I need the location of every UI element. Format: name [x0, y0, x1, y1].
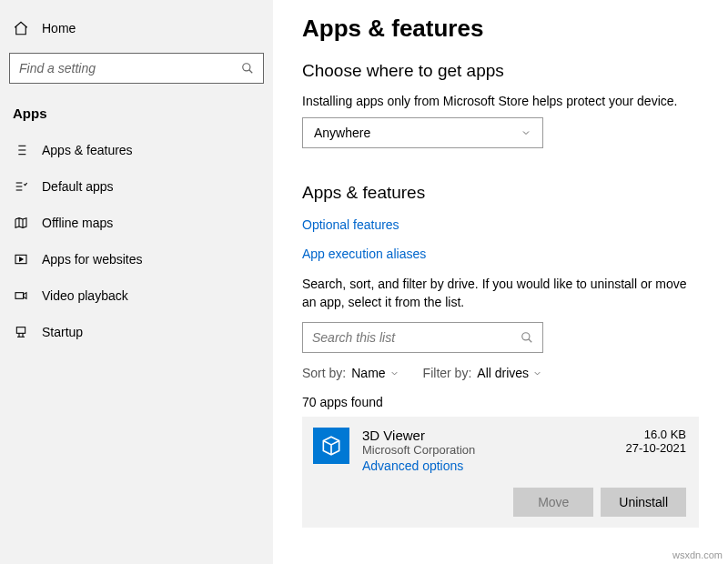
sidebar: Home Apps Apps & features Default apps O…	[0, 0, 273, 564]
app-execution-aliases-link[interactable]: App execution aliases	[302, 247, 699, 261]
move-button[interactable]: Move	[513, 488, 593, 517]
app-source-dropdown[interactable]: Anywhere	[302, 117, 543, 148]
home-button[interactable]: Home	[7, 11, 266, 45]
app-list-item[interactable]: 3D Viewer Microsoft Corporation Advanced…	[302, 417, 699, 528]
list-icon	[13, 143, 29, 157]
svg-point-0	[243, 64, 250, 71]
find-setting-search[interactable]	[9, 53, 264, 84]
svg-marker-14	[20, 257, 23, 261]
sidebar-item-default-apps[interactable]: Default apps	[7, 168, 266, 205]
choose-apps-title: Choose where to get apps	[302, 61, 699, 81]
video-icon	[13, 288, 29, 303]
advanced-options-link[interactable]: Advanced options	[362, 458, 613, 473]
uninstall-button[interactable]: Uninstall	[601, 488, 686, 517]
sidebar-item-video-playback[interactable]: Video playback	[7, 277, 266, 314]
choose-apps-help: Installing apps only from Microsoft Stor…	[302, 94, 699, 108]
main-content: Apps & features Choose where to get apps…	[273, 0, 728, 564]
sort-value: Name	[351, 366, 385, 380]
sidebar-item-apps-features[interactable]: Apps & features	[7, 132, 266, 168]
defaults-icon	[13, 179, 29, 194]
svg-line-1	[249, 70, 253, 74]
sidebar-item-label: Apps & features	[42, 143, 133, 157]
app-date: 27-10-2021	[626, 441, 687, 455]
app-icon	[313, 428, 349, 464]
sort-label: Sort by:	[302, 366, 346, 380]
svg-rect-17	[16, 327, 25, 334]
chevron-down-icon	[521, 127, 531, 138]
filter-label: Filter by:	[423, 366, 472, 380]
sidebar-item-label: Apps for websites	[42, 252, 143, 267]
filter-by-control[interactable]: Filter by: All drives	[423, 366, 542, 380]
search-icon	[241, 62, 254, 75]
map-icon	[13, 216, 29, 230]
chevron-down-icon	[532, 368, 542, 378]
svg-rect-15	[15, 293, 24, 299]
apps-count: 70 apps found	[302, 395, 699, 409]
chevron-down-icon	[389, 368, 399, 378]
app-list-search-input[interactable]	[312, 330, 521, 345]
list-description: Search, sort, and filter by drive. If yo…	[302, 276, 699, 311]
svg-point-21	[522, 333, 530, 340]
sidebar-item-offline-maps[interactable]: Offline maps	[7, 205, 266, 241]
sidebar-item-label: Offline maps	[42, 216, 113, 230]
sort-by-control[interactable]: Sort by: Name	[302, 366, 399, 380]
search-icon	[521, 331, 533, 344]
app-list-search[interactable]	[302, 322, 543, 353]
app-name: 3D Viewer	[362, 428, 613, 443]
sidebar-item-label: Default apps	[42, 179, 114, 194]
filter-value: All drives	[477, 366, 529, 380]
find-setting-input[interactable]	[19, 61, 241, 76]
app-size: 16.0 KB	[626, 428, 687, 441]
sidebar-section-title: Apps	[7, 98, 266, 132]
svg-line-22	[529, 339, 532, 343]
dropdown-value: Anywhere	[314, 126, 370, 140]
sidebar-item-apps-websites[interactable]: Apps for websites	[7, 241, 266, 277]
home-icon	[13, 20, 29, 36]
sidebar-item-label: Video playback	[42, 288, 128, 303]
watermark: wsxdn.com	[672, 549, 723, 560]
page-title: Apps & features	[302, 15, 699, 43]
apps-features-subtitle: Apps & features	[302, 183, 699, 203]
home-label: Home	[42, 21, 76, 35]
sort-filter-row: Sort by: Name Filter by: All drives	[302, 366, 699, 380]
website-icon	[13, 252, 29, 267]
optional-features-link[interactable]: Optional features	[302, 217, 699, 232]
startup-icon	[13, 325, 29, 339]
sidebar-item-label: Startup	[42, 325, 83, 339]
sidebar-item-startup[interactable]: Startup	[7, 314, 266, 350]
app-publisher: Microsoft Corporation	[362, 443, 613, 457]
